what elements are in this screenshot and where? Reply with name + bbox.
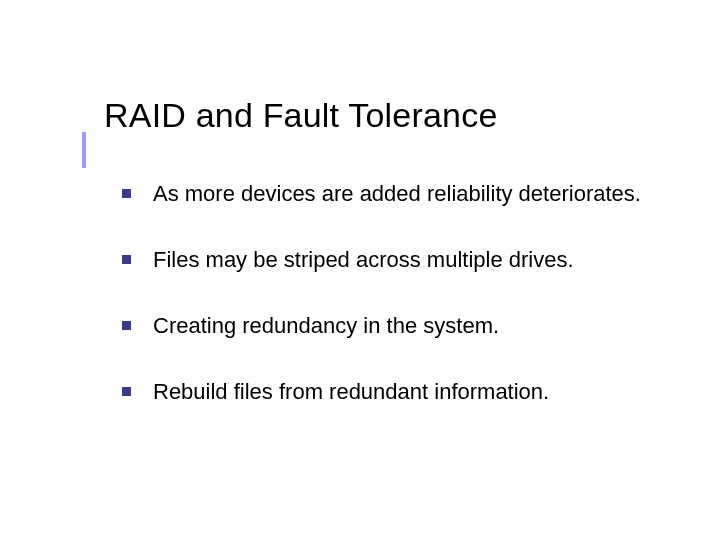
bullet-list: As more devices are added reliability de…	[122, 180, 662, 407]
square-bullet-icon	[122, 387, 131, 396]
bullet-text: Files may be striped across multiple dri…	[153, 246, 574, 274]
list-item: Files may be striped across multiple dri…	[122, 246, 662, 274]
square-bullet-icon	[122, 255, 131, 264]
slide-title: RAID and Fault Tolerance	[104, 96, 498, 135]
list-item: As more devices are added reliability de…	[122, 180, 662, 208]
bullet-text: Creating redundancy in the system.	[153, 312, 499, 340]
title-accent-bar	[82, 132, 86, 168]
title-container: RAID and Fault Tolerance	[104, 96, 498, 135]
bullet-text: Rebuild files from redundant information…	[153, 378, 549, 406]
slide: RAID and Fault Tolerance As more devices…	[0, 0, 720, 540]
square-bullet-icon	[122, 189, 131, 198]
list-item: Rebuild files from redundant information…	[122, 378, 662, 406]
square-bullet-icon	[122, 321, 131, 330]
list-item: Creating redundancy in the system.	[122, 312, 662, 340]
slide-body: As more devices are added reliability de…	[122, 180, 662, 407]
bullet-text: As more devices are added reliability de…	[153, 180, 641, 208]
